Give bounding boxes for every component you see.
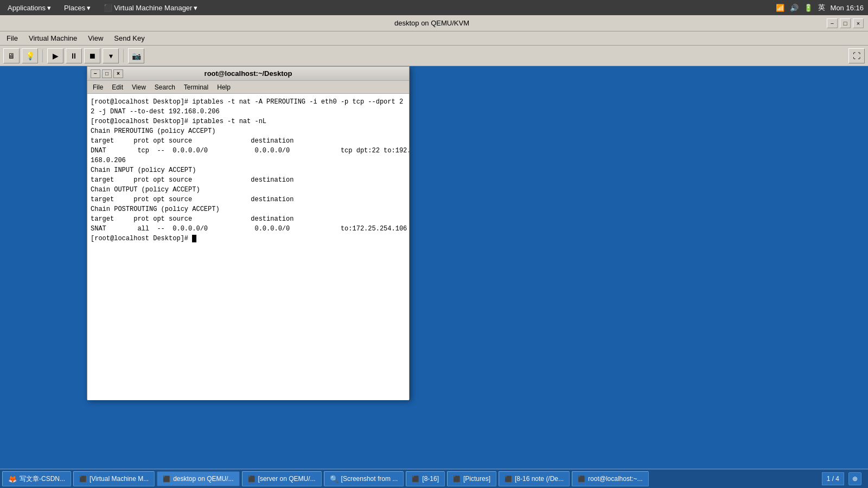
terminal-menu-terminal[interactable]: Terminal [181, 82, 212, 92]
clock: Mon 16:16 [831, 4, 864, 12]
topbar-left: Applications ▾ Places ▾ ⬛ Virtual Machin… [4, 3, 201, 13]
terminal-line-17: [root@localhost Desktop]# [91, 234, 406, 243]
terminal-close-button[interactable]: × [113, 69, 123, 78]
taskbar-item-desktop-qemu-label: desktop on QEMU/... [173, 475, 233, 483]
taskbar-item-virt-manager[interactable]: ⬛ [Virtual Machine M... [73, 471, 155, 486]
volume-icon: 🔊 [790, 4, 799, 12]
taskbar-item-root-terminal[interactable]: ⬛ root@localhost:~... [572, 471, 649, 486]
toolbar-play-btn[interactable]: ▶ [47, 48, 63, 63]
taskbar-item-8-16[interactable]: ⬛ [8-16] [406, 471, 445, 486]
qemu-minimize-button[interactable]: − [827, 18, 838, 28]
taskbar-add-icon: ⊕ [852, 475, 858, 483]
firefox-icon: 🦊 [8, 475, 17, 483]
battery-icon: 🔋 [804, 4, 813, 12]
terminal-line-8: Chain INPUT (policy ACCEPT) [91, 165, 406, 175]
taskbar-add-button[interactable]: ⊕ [848, 472, 861, 485]
terminal-line-1: 2 -j DNAT --to-dest 192.168.0.206 [91, 107, 406, 117]
toolbar-fullscreen-btn[interactable]: ⛶ [848, 48, 865, 63]
pictures-taskbar-icon: ⬛ [453, 476, 461, 483]
places-menu[interactable]: Places ▾ [61, 3, 94, 13]
terminal-maximize-button[interactable]: □ [102, 69, 112, 78]
toolbar-separator-2 [123, 49, 124, 62]
applications-arrow: ▾ [47, 4, 51, 12]
terminal-menu-edit[interactable]: Edit [108, 82, 126, 92]
root-terminal-taskbar-icon: ⬛ [578, 476, 585, 483]
terminal-line-5: DNAT tcp -- 0.0.0.0/0 0.0.0.0/0 tcp dpt:… [91, 146, 406, 156]
qemu-window-title: desktop on QEMU/KVM [37, 19, 827, 27]
qemu-menu-send-key[interactable]: Send Key [110, 33, 149, 43]
taskbar-item-firebrowser-label: 写文章-CSDN... [20, 474, 65, 484]
terminal-line-14: Chain POSTROUTING (policy ACCEPT) [91, 204, 406, 214]
toolbar-display-btn[interactable]: 🖥 [3, 48, 20, 63]
terminal-titlebar[interactable]: − □ × root@localhost:~/Desktop [87, 67, 409, 81]
virt-manager-menu[interactable]: ⬛ Virtual Machine Manager ▾ [100, 3, 201, 13]
taskbar-item-root-terminal-label: root@localhost:~... [588, 475, 643, 483]
qemu-menu-file[interactable]: File [2, 33, 22, 43]
workspace-pager[interactable]: 1 / 4 [822, 472, 844, 485]
terminal-line-2: [root@localhost Desktop]# iptables -t na… [91, 117, 406, 126]
toolbar-screenshot-btn[interactable]: 📷 [128, 48, 144, 63]
toolbar-stop-btn[interactable]: ⏹ [84, 48, 100, 63]
terminal-line-6: 168.0.206 [91, 156, 406, 165]
desktop-area: home Trash − □ [0, 66, 868, 468]
terminal-menu-help[interactable]: Help [214, 82, 234, 92]
terminal-content[interactable]: [root@localhost Desktop]# iptables -t na… [87, 94, 409, 400]
terminal-menu-view[interactable]: View [129, 82, 149, 92]
taskbar-item-8-16-note[interactable]: ⬛ [8-16 note (/De... [499, 471, 570, 486]
qemu-menu-view[interactable]: View [84, 33, 107, 43]
taskbar-item-desktop-qemu[interactable]: ⬛ desktop on QEMU/... [157, 471, 239, 486]
terminal-line-9: target prot opt source destination [91, 175, 406, 185]
taskbar-item-server-qemu-label: [server on QEMU/... [258, 475, 316, 483]
applications-label: Applications [8, 4, 46, 12]
system-topbar: Applications ▾ Places ▾ ⬛ Virtual Machin… [0, 0, 868, 15]
toolbar-dropdown-btn[interactable]: ▾ [103, 48, 119, 63]
terminal-line-0: [root@localhost Desktop]# iptables -t na… [91, 97, 406, 107]
taskbar-item-pictures[interactable]: ⬛ [Pictures] [447, 471, 496, 486]
taskbar-item-8-16-label: [8-16] [422, 475, 439, 483]
taskbar-right: 1 / 4 ⊕ [822, 472, 866, 485]
taskbar-item-pictures-label: [Pictures] [463, 475, 490, 483]
taskbar-item-screenshot-label: [Screenshot from ... [341, 475, 398, 483]
places-arrow: ▾ [87, 4, 91, 12]
qemu-window-controls: − □ × [827, 18, 864, 28]
terminal-menu-search[interactable]: Search [151, 82, 178, 92]
terminal-window-controls: − □ × [91, 69, 123, 78]
toolbar-pause-btn[interactable]: ⏸ [66, 48, 82, 63]
8-16-note-taskbar-icon: ⬛ [505, 476, 512, 483]
terminal-title: root@localhost:~/Desktop [123, 69, 373, 78]
qemu-window-titlebar: desktop on QEMU/KVM − □ × [0, 15, 868, 31]
terminal-cursor [192, 235, 196, 242]
vm-icon: ⬛ [104, 4, 112, 12]
topbar-right: 📶 🔊 🔋 英 Mon 16:16 [776, 3, 864, 12]
virt-manager-arrow: ▾ [194, 4, 197, 12]
qemu-menu-virtual-machine[interactable]: Virtual Machine [24, 33, 81, 43]
terminal-line-16: SNAT all -- 0.0.0.0/0 0.0.0.0/0 to:172.2… [91, 224, 406, 234]
screenshot-taskbar-icon: 🔍 [330, 475, 339, 483]
taskbar-item-virt-manager-label: [Virtual Machine M... [90, 475, 149, 483]
terminal-line-4: target prot opt source destination [91, 136, 406, 146]
virt-manager-label: Virtual Machine Manager [114, 4, 192, 12]
terminal-minimize-button[interactable]: − [91, 69, 100, 78]
terminal-line-15: target prot opt source destination [91, 214, 406, 224]
qemu-menubar: File Virtual Machine View Send Key [0, 31, 868, 46]
workspace-pager-label: 1 / 4 [827, 475, 839, 483]
taskbar-item-8-16-note-label: [8-16 note (/De... [515, 475, 564, 483]
taskbar-item-server-qemu[interactable]: ⬛ [server on QEMU/... [242, 471, 322, 486]
8-16-taskbar-icon: ⬛ [412, 476, 419, 483]
places-label: Places [64, 4, 85, 12]
applications-menu[interactable]: Applications ▾ [4, 3, 54, 13]
terminal-line-11: Chain OUTPUT (policy ACCEPT) [91, 185, 406, 195]
chinese-input-indicator[interactable]: 英 [818, 3, 825, 12]
toolbar-bulb-btn[interactable]: 💡 [22, 48, 38, 63]
qemu-close-button[interactable]: × [853, 18, 864, 28]
taskbar-item-firebrowser[interactable]: 🦊 写文章-CSDN... [2, 471, 71, 486]
toolbar-separator-1 [42, 49, 43, 62]
terminal-window: − □ × root@localhost:~/Desktop File Edit… [87, 66, 410, 400]
network-icon: 📶 [776, 4, 784, 12]
taskbar-item-screenshot[interactable]: 🔍 [Screenshot from ... [324, 471, 404, 486]
server-qemu-taskbar-icon: ⬛ [248, 476, 256, 483]
terminal-menubar: File Edit View Search Terminal Help [87, 81, 409, 94]
qemu-restore-button[interactable]: □ [840, 18, 851, 28]
qemu-toolbar: 🖥 💡 ▶ ⏸ ⏹ ▾ 📷 ⛶ [0, 46, 868, 66]
terminal-menu-file[interactable]: File [90, 82, 106, 92]
